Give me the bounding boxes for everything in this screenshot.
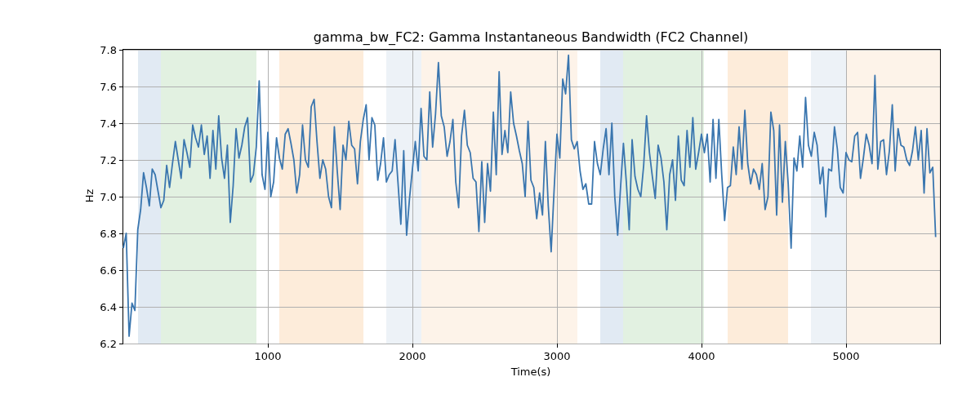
plot-area: 100020003000400050006.26.46.66.87.07.27.… <box>122 49 941 344</box>
y-tick <box>119 344 123 344</box>
y-tick <box>119 50 123 51</box>
x-tick-label: 3000 <box>543 350 570 362</box>
y-axis-label: Hz <box>83 189 96 203</box>
y-tick <box>119 270 123 271</box>
y-tick <box>119 197 123 197</box>
x-tick <box>412 344 413 348</box>
y-tick-label: 7.8 <box>92 44 117 56</box>
x-tick <box>557 344 558 348</box>
x-tick-label: 4000 <box>688 350 715 362</box>
y-tick-label: 7.6 <box>92 81 117 93</box>
x-tick-label: 2000 <box>399 350 425 362</box>
ticks-layer: 100020003000400050006.26.46.66.87.07.27.… <box>123 50 940 344</box>
x-tick-label: 1000 <box>254 350 281 362</box>
gridline-h <box>123 344 940 344</box>
y-tick-label: 6.6 <box>92 264 117 277</box>
y-tick-label: 7.0 <box>92 191 117 203</box>
x-tick <box>702 344 702 348</box>
x-axis-label: Time(s) <box>511 366 551 378</box>
y-tick <box>119 160 123 161</box>
x-tick <box>268 344 269 348</box>
y-tick-label: 7.4 <box>92 118 117 130</box>
y-tick <box>119 123 123 124</box>
x-tick-label: 5000 <box>832 350 859 362</box>
y-tick-label: 6.2 <box>92 338 117 350</box>
y-tick-label: 7.2 <box>92 154 117 166</box>
y-tick <box>119 233 123 234</box>
y-tick-label: 6.4 <box>92 301 117 313</box>
chart-title: gamma_bw_FC2: Gamma Instantaneous Bandwi… <box>314 29 748 45</box>
y-tick <box>119 86 123 87</box>
y-tick <box>119 307 123 308</box>
y-tick-label: 6.8 <box>92 228 117 240</box>
x-tick <box>846 344 847 348</box>
